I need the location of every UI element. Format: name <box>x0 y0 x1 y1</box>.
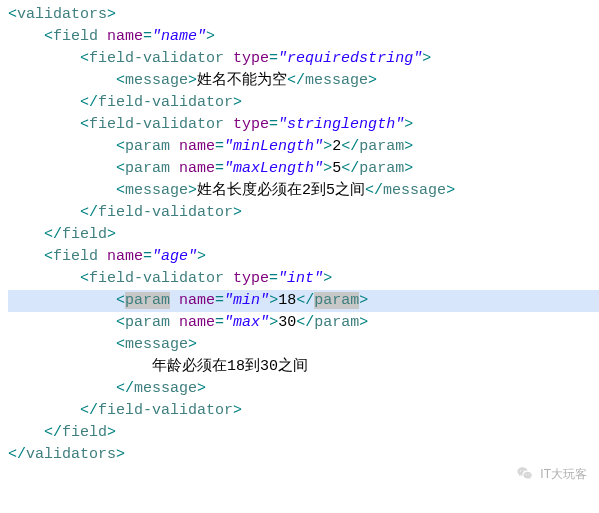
code-line: </validators> <box>8 444 599 466</box>
code-line: <field name="name"> <box>8 26 599 48</box>
code-line: <param name="max">30</param> <box>8 312 599 334</box>
code-line: <message>姓名不能为空</message> <box>8 70 599 92</box>
code-line: </field-validator> <box>8 400 599 422</box>
code-line: <param name="maxLength">5</param> <box>8 158 599 180</box>
code-line: <message>姓名长度必须在2到5之间</message> <box>8 180 599 202</box>
code-line-current: <param name="min">18</param> <box>8 290 599 312</box>
watermark-text: IT大玩客 <box>540 463 587 485</box>
code-line: </field> <box>8 422 599 444</box>
code-line: <message> <box>8 334 599 356</box>
code-line: </field-validator> <box>8 92 599 114</box>
wechat-icon <box>516 465 534 483</box>
code-line: <field-validator type="stringlength"> <box>8 114 599 136</box>
code-line: <field-validator type="int"> <box>8 268 599 290</box>
code-line: 年龄必须在18到30之间 <box>8 356 599 378</box>
code-line: </field-validator> <box>8 202 599 224</box>
code-line: </message> <box>8 378 599 400</box>
code-line: <field name="age"> <box>8 246 599 268</box>
code-line: </field> <box>8 224 599 246</box>
code-line: <param name="minLength">2</param> <box>8 136 599 158</box>
code-line: <field-validator type="requiredstring"> <box>8 48 599 70</box>
code-block: <validators> <field name="name"> <field-… <box>8 4 599 466</box>
watermark: IT大玩客 <box>516 463 587 485</box>
code-line: <validators> <box>8 4 599 26</box>
